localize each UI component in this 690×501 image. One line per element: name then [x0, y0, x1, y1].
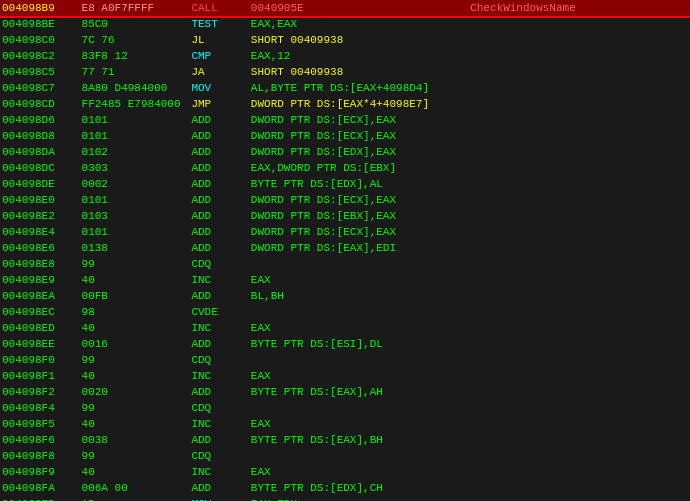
mnemonic-cell: ADD [189, 336, 248, 352]
address-cell: 004098B9 [0, 0, 80, 16]
table-row[interactable]: 004098CDFF2485 E7984000JMPDWORD PTR DS:[… [0, 96, 690, 112]
table-row[interactable]: 004098D80101ADDDWORD PTR DS:[ECX],EAX [0, 128, 690, 144]
comment-cell [468, 384, 690, 400]
table-row[interactable]: 004098FA006A 00ADDBYTE PTR DS:[EDX],CH [0, 480, 690, 496]
table-row[interactable]: 004098F940INCEAX [0, 464, 690, 480]
comment-cell [468, 128, 690, 144]
comment-cell [468, 368, 690, 384]
table-row[interactable]: 004098DE0002ADDBYTE PTR DS:[EDX],AL [0, 176, 690, 192]
mnemonic-cell: CDQ [189, 256, 248, 272]
address-cell: 004098F1 [0, 368, 80, 384]
mnemonic-cell: INC [189, 464, 248, 480]
operands-cell: BYTE PTR DS:[ESI],DL [249, 336, 468, 352]
bytes-cell: 00FB [80, 288, 190, 304]
mnemonic-cell: MOV [189, 80, 248, 96]
bytes-cell: 40 [80, 464, 190, 480]
table-row[interactable]: 004098F540INCEAX [0, 416, 690, 432]
table-row[interactable]: 004098DC0303ADDEAX,DWORD PTR DS:[EBX] [0, 160, 690, 176]
comment-cell [468, 496, 690, 501]
operands-cell: BL,BH [249, 288, 468, 304]
table-row[interactable]: 004098B9E8 A0F7FFFFCALL0040905ECheckWind… [0, 0, 690, 16]
table-row[interactable]: 004098EE0016ADDBYTE PTR DS:[ESI],DL [0, 336, 690, 352]
bytes-cell: 40 [80, 368, 190, 384]
bytes-cell: 0103 [80, 208, 190, 224]
address-cell: 004098E2 [0, 208, 80, 224]
address-cell: 004098E0 [0, 192, 80, 208]
mnemonic-cell: ADD [189, 160, 248, 176]
table-row[interactable]: 004098C577 71JASHORT 00409938 [0, 64, 690, 80]
address-cell: 004098EA [0, 288, 80, 304]
address-cell: 004098C5 [0, 64, 80, 80]
table-row[interactable]: 004098E940INCEAX [0, 272, 690, 288]
comment-cell [468, 16, 690, 32]
comment-cell: CheckWindowsName [468, 0, 690, 16]
table-row[interactable]: 004098C283F8 12CMPEAX,12 [0, 48, 690, 64]
bytes-cell: 0020 [80, 384, 190, 400]
operands-cell: DWORD PTR DS:[ECX],EAX [249, 224, 468, 240]
address-cell: 004098FA [0, 480, 80, 496]
table-row[interactable]: 004098F140INCEAX [0, 368, 690, 384]
operands-cell: BYTE PTR DS:[EAX],BH [249, 432, 468, 448]
bytes-cell: 0101 [80, 224, 190, 240]
comment-cell [468, 464, 690, 480]
operands-cell: EAX,EBX [249, 496, 468, 501]
mnemonic-cell: ADD [189, 432, 248, 448]
table-row[interactable]: 004098FDADMOVEAX,EBX [0, 496, 690, 501]
operands-cell: BYTE PTR DS:[EDX],CH [249, 480, 468, 496]
comment-cell [468, 208, 690, 224]
table-row[interactable]: 004098E00101ADDDWORD PTR DS:[ECX],EAX [0, 192, 690, 208]
bytes-cell: 0101 [80, 112, 190, 128]
operands-cell [249, 448, 468, 464]
mnemonic-cell: CMP [189, 48, 248, 64]
comment-cell [468, 272, 690, 288]
address-cell: 004098C0 [0, 32, 80, 48]
bytes-cell: 0101 [80, 192, 190, 208]
bytes-cell: 99 [80, 448, 190, 464]
bytes-cell: 7C 76 [80, 32, 190, 48]
comment-cell [468, 224, 690, 240]
mnemonic-cell: ADD [189, 240, 248, 256]
bytes-cell: 8A80 D4984000 [80, 80, 190, 96]
bytes-cell: AD [80, 496, 190, 501]
address-cell: 004098F5 [0, 416, 80, 432]
table-row[interactable]: 004098ED40INCEAX [0, 320, 690, 336]
table-row[interactable]: 004098BE85C0TESTEAX,EAX [0, 16, 690, 32]
table-row[interactable]: 004098F20020ADDBYTE PTR DS:[EAX],AH [0, 384, 690, 400]
bytes-cell: 40 [80, 320, 190, 336]
address-cell: 004098ED [0, 320, 80, 336]
table-row[interactable]: 004098EC98CVDE [0, 304, 690, 320]
table-row[interactable]: 004098F099CDQ [0, 352, 690, 368]
table-row[interactable]: 004098E20103ADDDWORD PTR DS:[EBX],EAX [0, 208, 690, 224]
table-row[interactable]: 004098E40101ADDDWORD PTR DS:[ECX],EAX [0, 224, 690, 240]
operands-cell: BYTE PTR DS:[EAX],AH [249, 384, 468, 400]
mnemonic-cell: JL [189, 32, 248, 48]
address-cell: 004098EE [0, 336, 80, 352]
operands-cell [249, 256, 468, 272]
bytes-cell: 40 [80, 416, 190, 432]
table-row[interactable]: 004098F499CDQ [0, 400, 690, 416]
mnemonic-cell: INC [189, 320, 248, 336]
operands-cell: EAX [249, 320, 468, 336]
table-row[interactable]: 004098F899CDQ [0, 448, 690, 464]
comment-cell [468, 256, 690, 272]
operands-cell [249, 352, 468, 368]
table-row[interactable]: 004098F60038ADDBYTE PTR DS:[EAX],BH [0, 432, 690, 448]
table-row[interactable]: 004098C78A80 D4984000MOVAL,BYTE PTR DS:[… [0, 80, 690, 96]
bytes-cell: 85C0 [80, 16, 190, 32]
mnemonic-cell: TEST [189, 16, 248, 32]
operands-cell: BYTE PTR DS:[EDX],AL [249, 176, 468, 192]
bytes-cell: 0102 [80, 144, 190, 160]
operands-cell: SHORT 00409938 [249, 64, 468, 80]
operands-cell: DWORD PTR DS:[EAX*4+4098E7] [249, 96, 468, 112]
table-row[interactable]: 004098D60101ADDDWORD PTR DS:[ECX],EAX [0, 112, 690, 128]
table-row[interactable]: 004098DA0102ADDDWORD PTR DS:[EDX],EAX [0, 144, 690, 160]
table-row[interactable]: 004098E899CDQ [0, 256, 690, 272]
table-row[interactable]: 004098E60138ADDDWORD PTR DS:[EAX],EDI [0, 240, 690, 256]
comment-cell [468, 80, 690, 96]
bytes-cell: 77 71 [80, 64, 190, 80]
table-row[interactable]: 004098EA00FBADDBL,BH [0, 288, 690, 304]
comment-cell [468, 304, 690, 320]
mnemonic-cell: CALL [189, 0, 248, 16]
comment-cell [468, 416, 690, 432]
table-row[interactable]: 004098C07C 76JLSHORT 00409938 [0, 32, 690, 48]
